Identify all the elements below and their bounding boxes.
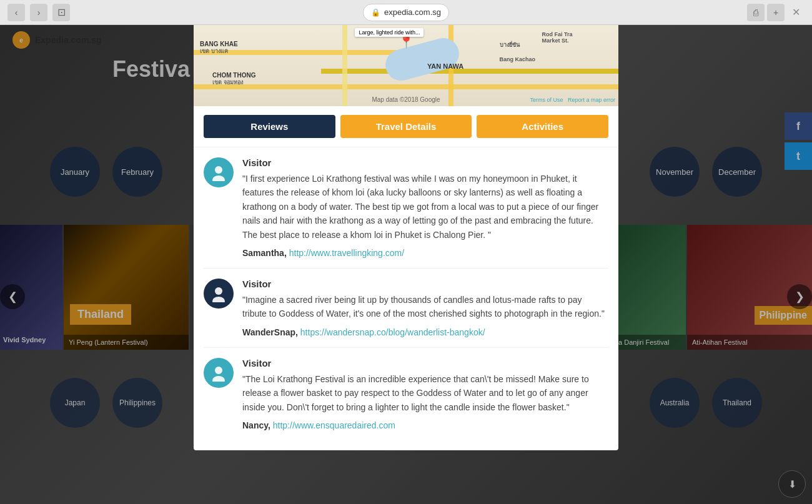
back-button[interactable]: ‹ <box>7 4 25 21</box>
svg-point-3 <box>212 297 225 302</box>
review-body-2: Visitor "Imagine a sacred river being li… <box>242 279 608 337</box>
svg-point-4 <box>215 367 222 374</box>
modal: BANG KHAE เขต บางแค CHOM THONG เขต จอมทอ… <box>194 25 618 450</box>
review-text-3: "The Loi Krathong Festival is an incredi… <box>242 372 608 414</box>
lock-icon: 🔒 <box>371 8 380 17</box>
svg-point-5 <box>212 376 225 382</box>
forward-button[interactable]: › <box>30 4 47 21</box>
map-area: BANG KHAE เขต บางแค CHOM THONG เขต จอมทอ… <box>194 25 618 106</box>
person-icon-2 <box>210 285 227 302</box>
svg-point-0 <box>215 166 222 174</box>
window-icon: ⊡ <box>57 7 66 17</box>
visitor-label-2: Visitor <box>242 279 608 289</box>
review-link-3[interactable]: http://www.ensquaredaired.com <box>273 420 395 430</box>
map-label-chom-thong-thai: เขต จอมทอง <box>212 78 243 87</box>
review-author-1: Samantha, http://www.travellingking.com/ <box>242 248 608 258</box>
review-text-1: "I first experience Loi Krathong festiva… <box>242 172 608 242</box>
review-item: Visitor "I first experience Loi Krathong… <box>204 147 608 269</box>
window-button[interactable]: ⊡ <box>52 4 70 21</box>
report-error[interactable]: Report a map error <box>568 97 615 103</box>
plus-icon: + <box>773 7 778 17</box>
review-body-1: Visitor "I first experience Loi Krathong… <box>242 157 608 258</box>
map-pin-label: Large, lighted ride with... <box>355 28 423 37</box>
address-bar[interactable]: 🔒 expedia.com.sg <box>363 4 449 21</box>
share-button[interactable]: ⎙ <box>747 4 765 21</box>
author-name-1: Samantha, <box>242 248 287 258</box>
review-item-3: Visitor "The Loi Krathong Festival is an… <box>204 348 608 440</box>
svg-point-1 <box>212 175 225 181</box>
avatar-2 <box>204 279 234 309</box>
author-name-2: WanderSnap, <box>242 327 298 337</box>
map-google-attribution: Map data ©2018 Google <box>372 96 440 103</box>
map-label-rod-fai: Rod Fai Tra <box>542 31 573 37</box>
tab-row: Reviews Travel Details Activities <box>194 106 618 147</box>
map-label-bang-yi: บางยี่ขัน <box>500 41 520 49</box>
map-terms: Terms of Use Report a map error <box>530 97 615 103</box>
visitor-label-1: Visitor <box>242 157 608 168</box>
review-link-1[interactable]: http://www.travellingking.com/ <box>289 248 404 258</box>
review-body-3: Visitor "The Loi Krathong Festival is an… <box>242 358 608 430</box>
share-icon: ⎙ <box>753 7 758 17</box>
map-label-market: Market St. <box>542 37 569 44</box>
review-link-2[interactable]: https://wandersnap.co/blog/wanderlist-ba… <box>300 327 485 337</box>
svg-point-2 <box>215 287 222 295</box>
tab-activities[interactable]: Activities <box>477 115 608 138</box>
avatar-3 <box>204 358 234 388</box>
background-page: e Expedia.com.sg Festiva f t January Feb… <box>0 25 812 504</box>
review-author-3: Nancy, http://www.ensquaredaired.com <box>242 420 608 430</box>
forward-arrow-icon: › <box>37 7 41 17</box>
map-label-bang-khae-thai: เขต บางแค <box>200 47 228 56</box>
person-icon-3 <box>210 364 227 382</box>
map-label-yan-nawa: YAN NAWA <box>427 62 463 70</box>
browser-chrome: ‹ › ⊡ 🔒 expedia.com.sg ⎙ + ✕ <box>0 0 812 25</box>
person-icon-1 <box>210 164 227 181</box>
avatar-1 <box>204 157 234 187</box>
close-tab-button[interactable]: ✕ <box>787 4 805 21</box>
tab-travel-details[interactable]: Travel Details <box>340 115 472 138</box>
review-text-2: "Imagine a sacred river being lit up by … <box>242 293 608 321</box>
back-arrow-icon: ‹ <box>15 7 18 17</box>
tab-reviews[interactable]: Reviews <box>204 115 335 138</box>
url-text: expedia.com.sg <box>384 7 441 17</box>
review-author-2: WanderSnap, https://wandersnap.co/blog/w… <box>242 327 608 337</box>
review-item-2: Visitor "Imagine a sacred river being li… <box>204 269 608 348</box>
map-label-bang-kachao: Bang Kachao <box>500 56 536 62</box>
close-icon: ✕ <box>792 7 800 17</box>
map-background: BANG KHAE เขต บางแค CHOM THONG เขต จอมทอ… <box>194 25 618 106</box>
new-tab-button[interactable]: + <box>767 4 785 21</box>
author-name-3: Nancy, <box>242 420 270 430</box>
reviews-content: Visitor "I first experience Loi Krathong… <box>194 147 618 450</box>
terms-of-use[interactable]: Terms of Use <box>530 97 563 103</box>
browser-right-buttons: ⎙ + ✕ <box>747 4 805 21</box>
visitor-label-3: Visitor <box>242 358 608 368</box>
